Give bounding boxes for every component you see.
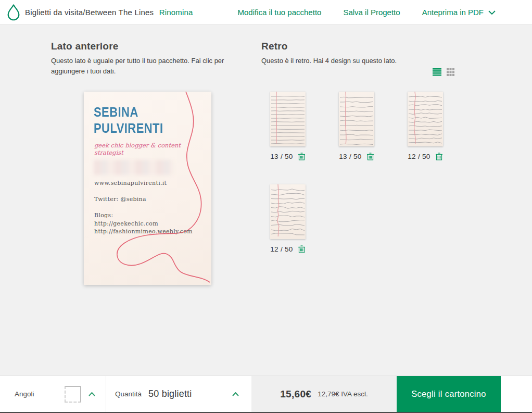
back-panel-description: Questo è il retro. Hai 4 design su quest… [261, 56, 459, 66]
breadcrumb-prefix: Biglietti da visita/ [25, 8, 85, 17]
back-panel-title: Retro [261, 41, 288, 52]
design-cell: 13 / 50 [339, 92, 374, 160]
view-toggle [432, 67, 455, 77]
design-label: 13 / 50 [270, 152, 306, 160]
header-nav: Modifica il tuo pacchetto Salva il Proge… [237, 0, 496, 24]
price-total: 15,60€ [280, 389, 311, 400]
grid-view-icon[interactable] [446, 67, 455, 77]
design-label: 12 / 50 [408, 152, 443, 160]
design-thumbnail-3[interactable] [408, 92, 443, 146]
design-thumbnail-2[interactable] [339, 92, 374, 146]
app-window: Biglietti da visita/Between The Lines Ri… [0, 0, 532, 413]
design-label: 12 / 50 [270, 245, 306, 253]
list-view-icon[interactable] [432, 67, 441, 77]
front-panel-description: Questo lato è uguale per tutto il tuo pa… [51, 56, 245, 77]
delete-design-icon[interactable] [298, 245, 306, 253]
card-blog-url-1: http://geekechic.com [94, 220, 158, 227]
design-cell: 12 / 50 [270, 184, 306, 253]
header: Biglietti da visita/Between The Lines Ri… [0, 0, 532, 24]
breadcrumb: Biglietti da visita/Between The Lines Ri… [25, 8, 193, 17]
project-name: Between The Lines [85, 8, 154, 17]
card-website: www.sebinapulvirenti.it [94, 180, 167, 186]
moo-logo[interactable] [5, 3, 22, 21]
card-blog-url-2: http://fashionmimeo.weebly.com [94, 228, 193, 235]
design-count: 13 / 50 [270, 153, 293, 160]
bottom-bar: Angoli Quantità 50 biglietti 15,60€ 12,7… [0, 376, 532, 413]
chevron-up-icon [88, 392, 95, 396]
edit-pack-link[interactable]: Modifica il tuo pacchetto [237, 8, 321, 17]
design-thumbnail-4[interactable] [270, 184, 306, 239]
chevron-up-icon [232, 392, 239, 396]
price-summary: 15,60€ 12,79€ IVA escl. [251, 376, 397, 412]
card-name: SEBINA PULVIRENTI [94, 104, 163, 136]
delete-design-icon[interactable] [435, 152, 443, 160]
droplet-logo-icon [6, 4, 21, 21]
card-twitter: Twitter: @sebina [94, 196, 146, 203]
delete-design-icon[interactable] [366, 152, 374, 160]
bottom-bar-spacer [501, 376, 532, 412]
design-cell: 13 / 50 [270, 92, 306, 160]
front-card-preview[interactable]: SEBINA PULVIRENTI geek chic blogger & co… [84, 92, 211, 285]
design-label: 13 / 50 [339, 152, 374, 160]
back-designs-grid: 13 / 50 13 / 50 [270, 92, 443, 253]
card-tagline: geek chic blogger & content strategist [94, 142, 211, 156]
quantity-label: Quantità [115, 390, 142, 398]
delete-design-icon[interactable] [298, 152, 306, 160]
pdf-preview-label: Anteprima in PDF [422, 8, 484, 17]
corners-selector[interactable]: Angoli [0, 376, 106, 412]
design-count: 12 / 50 [270, 245, 293, 253]
corners-label: Angoli [15, 390, 34, 398]
rename-link[interactable]: Rinomina [159, 8, 193, 17]
design-count: 12 / 50 [408, 153, 430, 160]
square-corner-icon [65, 386, 81, 403]
pdf-preview-link[interactable]: Anteprima in PDF [422, 8, 496, 17]
card-blurred-contact [94, 160, 173, 175]
card-blogs-label: Blogs: [94, 212, 113, 219]
card-name-line1: SEBINA [94, 104, 163, 120]
front-panel-title: Lato anteriore [51, 41, 119, 52]
quantity-value: 50 biglietti [148, 389, 192, 399]
price-net: 12,79€ IVA escl. [318, 390, 368, 398]
quantity-selector[interactable]: Quantità 50 biglietti [106, 376, 251, 412]
save-project-link[interactable]: Salva il Progetto [343, 8, 400, 17]
choose-cardstock-button[interactable]: Scegli il cartoncino [397, 376, 501, 412]
design-cell: 12 / 50 [408, 92, 443, 160]
design-count: 13 / 50 [339, 153, 361, 160]
design-thumbnail-1[interactable] [270, 92, 306, 146]
card-name-line2: PULVIRENTI [94, 120, 163, 136]
chevron-down-icon [488, 10, 496, 15]
